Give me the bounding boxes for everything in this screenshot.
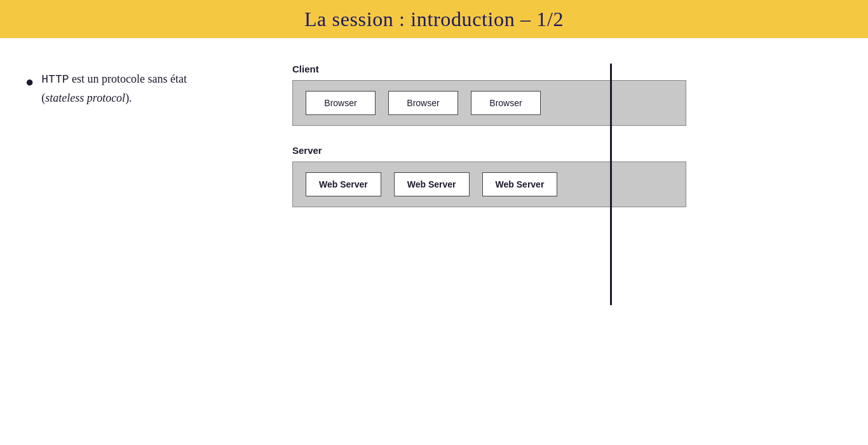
bullet-dot: ● — [25, 71, 34, 92]
bullet-text-normal: est un protocole sans état — [69, 72, 187, 85]
browser-box-1: Browser — [306, 91, 376, 115]
slide-title: La session : introduction – 1/2 — [304, 8, 564, 31]
bullet-text-italic: stateless protocol — [45, 92, 125, 104]
client-section: Client Browser Browser Browser — [292, 64, 843, 126]
server-diagram-box: Web Server Web Server Web Server — [292, 161, 686, 207]
web-server-box-1: Web Server — [306, 172, 381, 196]
bullet-item: ● HTTP est un protocole sans état(statel… — [25, 70, 267, 108]
section-gap — [292, 126, 843, 145]
web-server-box-3: Web Server — [482, 172, 558, 196]
http-label: HTTP — [41, 73, 69, 86]
slide-content: ● HTTP est un protocole sans état(statel… — [0, 38, 868, 445]
slide-header: La session : introduction – 1/2 — [0, 0, 868, 38]
client-diagram-box: Browser Browser Browser — [292, 80, 686, 126]
server-section: Server Web Server Web Server Web Server — [292, 145, 843, 207]
web-server-box-2: Web Server — [394, 172, 470, 196]
left-panel: ● HTTP est un protocole sans état(statel… — [25, 57, 267, 426]
diagrams-wrapper: Client Browser Browser Browser Server We… — [292, 64, 843, 207]
bullet-text-close: ). — [125, 92, 132, 104]
server-label: Server — [292, 145, 843, 156]
right-panel: Client Browser Browser Browser Server We… — [292, 57, 843, 426]
client-label: Client — [292, 64, 843, 74]
browser-box-2: Browser — [388, 91, 458, 115]
browser-box-3: Browser — [471, 91, 541, 115]
vertical-divider — [610, 64, 612, 305]
bullet-text: HTTP est un protocole sans état(stateles… — [41, 70, 187, 108]
